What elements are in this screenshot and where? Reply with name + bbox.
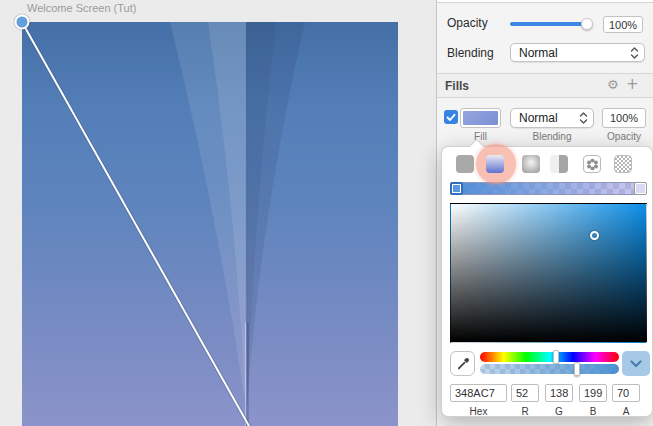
toolbar-bottom-edge xyxy=(437,0,653,3)
fill-type-radial-gradient-button[interactable] xyxy=(522,155,540,173)
eyedropper-icon xyxy=(456,357,470,371)
artboard[interactable] xyxy=(22,22,398,426)
fill-opacity-field[interactable]: 100% xyxy=(602,108,646,128)
blending-dropdown-value: Normal xyxy=(519,46,558,60)
checkmark-icon xyxy=(446,113,456,122)
opacity-value-field[interactable]: 100% xyxy=(603,16,643,33)
fills-title: Fills xyxy=(445,79,469,93)
eyedropper-button[interactable] xyxy=(450,351,475,376)
gradient-bar-fill xyxy=(451,183,646,194)
hue-slider-knob[interactable] xyxy=(553,350,559,364)
artboard-title[interactable]: Welcome Screen (Tut) xyxy=(27,2,136,14)
fill-blending-value: Normal xyxy=(519,111,558,125)
saturation-brightness-field[interactable] xyxy=(450,203,647,343)
fill-color-swatch[interactable] xyxy=(460,108,501,128)
pattern-flower-icon xyxy=(586,158,599,171)
hex-label: Hex xyxy=(450,406,507,417)
hex-input[interactable] xyxy=(450,384,507,402)
hue-slider[interactable] xyxy=(480,352,619,362)
stepper-icon xyxy=(579,111,588,125)
gradient-stop-start[interactable] xyxy=(450,182,463,195)
fill-type-linear-gradient-button[interactable] xyxy=(486,155,504,173)
opacity-slider-track[interactable] xyxy=(510,22,592,26)
chevron-down-icon xyxy=(630,360,642,368)
gradient-bar[interactable] xyxy=(450,182,647,195)
color-field-cursor[interactable] xyxy=(590,231,599,240)
alpha-label: A xyxy=(612,406,640,417)
blending-sublabel: Blending xyxy=(522,131,582,142)
fill-type-noise-button[interactable] xyxy=(614,155,632,173)
fill-type-pattern-button[interactable] xyxy=(583,155,601,173)
add-fill-icon[interactable]: + xyxy=(626,75,639,93)
green-input[interactable] xyxy=(545,384,573,402)
red-label: R xyxy=(511,406,539,417)
alpha-slider[interactable] xyxy=(480,364,619,374)
fills-section-header: Fills ⚙ + xyxy=(437,73,653,98)
gradient-stop-end[interactable] xyxy=(634,182,647,195)
blue-label: B xyxy=(579,406,607,417)
opacity-slider-knob[interactable] xyxy=(581,18,593,30)
fill-type-angular-gradient-button[interactable] xyxy=(550,155,568,173)
gear-icon[interactable]: ⚙ xyxy=(607,77,619,92)
fill-blending-dropdown[interactable]: Normal xyxy=(510,108,594,128)
stepper-icon xyxy=(630,46,639,60)
opacity-label: Opacity xyxy=(447,16,488,30)
gradient-start-handle xyxy=(14,14,30,30)
blue-input[interactable] xyxy=(579,384,607,402)
fill-enabled-checkbox[interactable] xyxy=(444,110,458,124)
color-picker-popover: Hex R G B A xyxy=(441,146,653,417)
canvas-area[interactable]: Welcome Screen (Tut) xyxy=(0,0,436,426)
fill-type-solid-button[interactable] xyxy=(456,155,474,173)
alpha-input[interactable] xyxy=(612,384,640,402)
red-input[interactable] xyxy=(511,384,539,402)
opacity-slider[interactable] xyxy=(510,19,592,29)
blending-label: Blending xyxy=(447,46,494,60)
fill-color-swatch-preview xyxy=(463,111,498,125)
opacity-sublabel: Opacity xyxy=(594,131,653,142)
artboard-background-art xyxy=(22,22,398,426)
alpha-slider-knob[interactable] xyxy=(574,362,580,376)
green-label: G xyxy=(545,406,573,417)
fill-sublabel: Fill xyxy=(460,131,501,142)
color-options-button[interactable] xyxy=(622,351,650,376)
blending-dropdown[interactable]: Normal xyxy=(510,43,645,62)
